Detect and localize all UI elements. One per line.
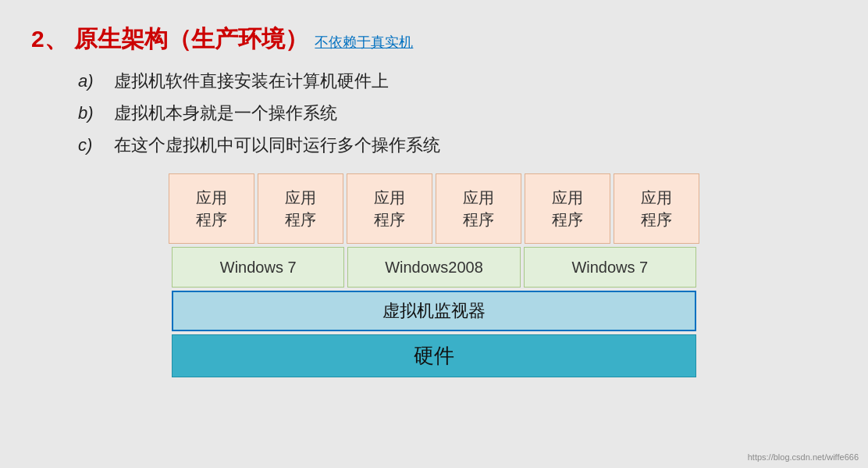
app-box-6: 应用程序 <box>614 173 699 244</box>
hw-label: 硬件 <box>414 342 454 370</box>
app-box-5: 应用程序 <box>525 173 610 244</box>
app-label-5: 应用程序 <box>552 187 583 230</box>
app-label-3: 应用程序 <box>374 187 405 230</box>
list-item: c) 在这个虚拟机中可以同时运行多个操作系统 <box>78 132 837 158</box>
os-box-win7-left: Windows 7 <box>172 247 344 288</box>
title-number: 2、 <box>31 26 68 52</box>
list-label-b: b) <box>78 100 109 126</box>
apps-row: 应用程序 应用程序 应用程序 应用程序 应用程序 应用程序 <box>169 173 699 244</box>
os-label-win7-left: Windows 7 <box>220 259 297 277</box>
os-label-win2008: Windows2008 <box>385 259 483 277</box>
app-box-4: 应用程序 <box>436 173 521 244</box>
diagram-area: 应用程序 应用程序 应用程序 应用程序 应用程序 应用程序 Windows 7 <box>31 173 837 377</box>
app-label-1: 应用程序 <box>196 187 227 230</box>
title-line: 2、 原生架构（生产环境） 不依赖于真实机 <box>31 23 837 54</box>
app-label-4: 应用程序 <box>463 187 494 230</box>
list-items: a) 虚拟机软件直接安装在计算机硬件上 b) 虚拟机本身就是一个操作系统 c) … <box>78 68 837 158</box>
title-text: 原生架构（生产环境） <box>74 26 308 52</box>
list-item: b) 虚拟机本身就是一个操作系统 <box>78 100 837 126</box>
vmm-label: 虚拟机监视器 <box>382 299 486 323</box>
hw-row: 硬件 <box>172 334 696 377</box>
title-sub: 不依赖于真实机 <box>315 34 413 50</box>
list-item: a) 虚拟机软件直接安装在计算机硬件上 <box>78 68 837 94</box>
title-main: 2、 原生架构（生产环境） <box>31 26 315 52</box>
hw-box: 硬件 <box>172 334 696 377</box>
os-label-win7-right: Windows 7 <box>571 259 648 277</box>
list-text-a: 虚拟机软件直接安装在计算机硬件上 <box>114 71 389 91</box>
list-text-c: 在这个虚拟机中可以同时运行多个操作系统 <box>114 135 440 155</box>
os-row: Windows 7 Windows2008 Windows 7 <box>172 247 696 288</box>
app-label-6: 应用程序 <box>641 187 672 230</box>
watermark: https://blog.csdn.net/wiffe666 <box>748 452 859 462</box>
slide: 2、 原生架构（生产环境） 不依赖于真实机 a) 虚拟机软件直接安装在计算机硬件… <box>0 0 868 468</box>
app-box-3: 应用程序 <box>347 173 432 244</box>
vmm-row: 虚拟机监视器 <box>172 291 696 331</box>
list-text-b: 虚拟机本身就是一个操作系统 <box>114 103 337 123</box>
vmm-box: 虚拟机监视器 <box>172 291 696 331</box>
list-label-a: a) <box>78 68 109 94</box>
app-box-1: 应用程序 <box>169 173 254 244</box>
list-label-c: c) <box>78 132 109 158</box>
app-box-2: 应用程序 <box>258 173 343 244</box>
os-box-win7-right: Windows 7 <box>524 247 696 288</box>
os-box-win2008: Windows2008 <box>347 247 520 288</box>
app-label-2: 应用程序 <box>285 187 316 230</box>
